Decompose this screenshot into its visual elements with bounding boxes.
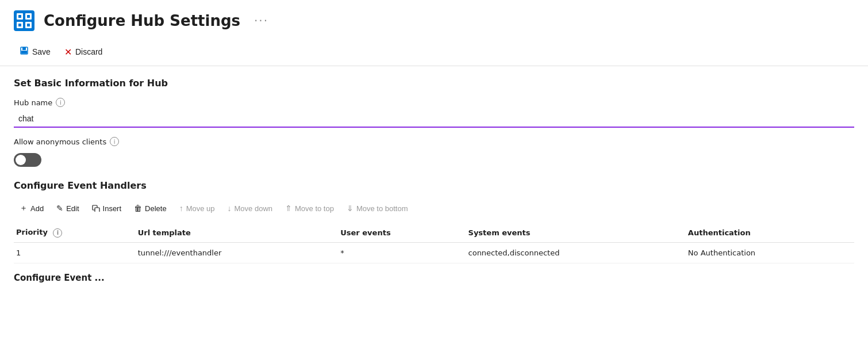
- table-body: 1 tunnel:///eventhandler * connected,dis…: [14, 242, 854, 263]
- svg-rect-8: [27, 24, 30, 26]
- main-toolbar: Save ✕ Discard: [0, 38, 868, 66]
- allow-anon-toggle[interactable]: [14, 153, 41, 167]
- hub-name-label: Hub name: [14, 98, 52, 107]
- hub-name-label-row: Hub name i: [14, 98, 854, 107]
- svg-rect-6: [27, 15, 30, 18]
- add-button[interactable]: ＋ Add: [14, 200, 49, 216]
- allow-anon-label-row: Allow anonymous clients i: [14, 137, 854, 146]
- save-button[interactable]: Save: [14, 43, 56, 61]
- move-to-top-label: Move to top: [295, 204, 334, 213]
- svg-rect-11: [21, 51, 27, 54]
- page-header: Configure Hub Settings ···: [0, 0, 868, 38]
- cell-authentication: No Authentication: [688, 242, 854, 263]
- cell-url-template: tunnel:///eventhandler: [138, 242, 341, 263]
- move-to-bottom-button[interactable]: ⇓ Move to bottom: [341, 201, 414, 216]
- page-title: Configure Hub Settings: [44, 12, 240, 29]
- insert-button[interactable]: Insert: [86, 201, 128, 216]
- move-down-icon: ↓: [228, 204, 232, 213]
- add-icon: ＋: [20, 203, 28, 213]
- add-label: Add: [30, 204, 44, 213]
- table-row[interactable]: 1 tunnel:///eventhandler * connected,dis…: [14, 242, 854, 263]
- cell-user-events: *: [340, 242, 468, 263]
- move-up-label: Move up: [186, 204, 215, 213]
- event-handlers-section: Configure Event Handlers ＋ Add ✎ Edit In…: [14, 180, 854, 263]
- table-header: Priority i Url template User events Syst…: [14, 223, 854, 242]
- priority-info-icon[interactable]: i: [53, 228, 62, 238]
- delete-label: Delete: [145, 204, 167, 213]
- section-bottom-hint: Configure Event ...: [14, 263, 854, 283]
- col-user-events: User events: [340, 223, 468, 242]
- discard-label: Discard: [75, 47, 102, 56]
- save-icon: [20, 46, 29, 58]
- basic-info-section: Set Basic Information for Hub Hub name i…: [14, 78, 854, 180]
- main-content: Set Basic Information for Hub Hub name i…: [0, 66, 868, 295]
- edit-label: Edit: [66, 204, 79, 213]
- delete-icon: 🗑: [134, 204, 142, 213]
- svg-rect-7: [18, 24, 21, 26]
- move-down-label: Move down: [235, 204, 272, 213]
- move-up-icon: ↑: [179, 204, 183, 213]
- discard-icon: ✕: [64, 47, 72, 58]
- move-down-button[interactable]: ↓ Move down: [222, 201, 278, 216]
- save-label: Save: [32, 47, 51, 56]
- event-handlers-table: Priority i Url template User events Syst…: [14, 223, 854, 263]
- table-header-row: Priority i Url template User events Syst…: [14, 223, 854, 242]
- cell-priority: 1: [14, 242, 138, 263]
- move-up-button[interactable]: ↑ Move up: [174, 201, 221, 216]
- event-handlers-title: Configure Event Handlers: [14, 180, 854, 191]
- discard-button[interactable]: ✕ Discard: [59, 43, 108, 61]
- move-to-top-icon: ⇑: [285, 204, 292, 213]
- move-to-top-button[interactable]: ⇑ Move to top: [279, 201, 340, 216]
- edit-icon: ✎: [56, 204, 63, 213]
- cell-system-events: connected,disconnected: [468, 242, 688, 263]
- hub-name-input[interactable]: [14, 110, 854, 128]
- svg-rect-10: [22, 47, 26, 50]
- move-to-bottom-icon: ⇓: [347, 204, 354, 213]
- svg-rect-5: [18, 15, 21, 18]
- allow-anon-info-icon[interactable]: i: [110, 137, 119, 146]
- col-authentication: Authentication: [688, 223, 854, 242]
- more-options-icon[interactable]: ···: [254, 14, 268, 28]
- allow-anon-label: Allow anonymous clients: [14, 137, 106, 146]
- event-handlers-toolbar: ＋ Add ✎ Edit Insert 🗑 Delete: [14, 200, 854, 216]
- basic-info-title: Set Basic Information for Hub: [14, 78, 854, 89]
- hub-name-info-icon[interactable]: i: [56, 98, 65, 107]
- col-priority: Priority i: [14, 223, 138, 242]
- insert-icon: [92, 204, 100, 213]
- move-to-bottom-label: Move to bottom: [356, 204, 408, 213]
- toggle-knob: [16, 155, 26, 165]
- svg-rect-13: [95, 208, 99, 212]
- col-url-template: Url template: [138, 223, 341, 242]
- col-system-events: System events: [468, 223, 688, 242]
- insert-label: Insert: [103, 204, 122, 213]
- edit-button[interactable]: ✎ Edit: [51, 201, 85, 216]
- app-icon: [14, 10, 34, 31]
- delete-button[interactable]: 🗑 Delete: [128, 201, 172, 216]
